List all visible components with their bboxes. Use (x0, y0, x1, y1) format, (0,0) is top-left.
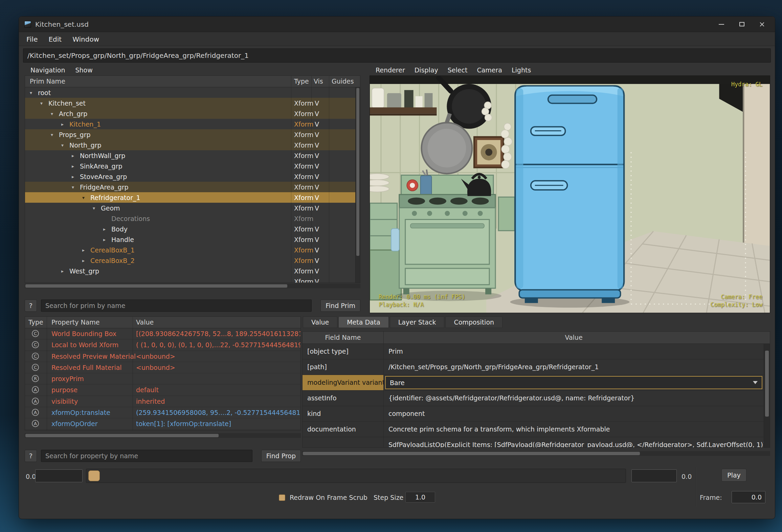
timeline-slider-handle[interactable] (88, 470, 100, 481)
prim-vis-toggle[interactable]: V (315, 152, 319, 159)
prim-vis-toggle[interactable]: V (315, 131, 319, 138)
titlebar[interactable]: Kitchen_set.usd (19, 17, 775, 32)
tree-row[interactable]: ▾North_grpXformV (25, 140, 360, 150)
scrollbar-thumb[interactable] (25, 434, 219, 437)
prim-vis-toggle[interactable]: V (315, 236, 319, 243)
tree-row[interactable]: ▸NorthWall_grpXformV (25, 150, 360, 161)
redraw-checkbox[interactable] (279, 494, 285, 501)
tree-row[interactable]: ▾root (25, 87, 360, 98)
close-button[interactable] (755, 19, 769, 30)
expand-arrow-icon[interactable]: ▾ (30, 90, 38, 95)
property-row[interactable]: CResolved Preview Material<unbound> (25, 351, 300, 362)
scrollbar-thumb[interactable] (765, 351, 769, 417)
expand-arrow-icon[interactable]: ▸ (61, 268, 69, 274)
prim-vis-toggle[interactable]: V (315, 257, 319, 264)
property-row[interactable]: CResolved Full Material<unbound> (25, 362, 300, 373)
prim-vis-toggle[interactable]: V (315, 225, 319, 233)
variant-combobox[interactable]: Bare (385, 376, 762, 389)
tree-row[interactable]: ▸SinkArea_grpXformV (25, 161, 360, 171)
prim-vis-toggle[interactable]: V (315, 183, 319, 191)
prim-path-input[interactable]: /Kitchen_set/Props_grp/North_grp/FridgeA… (23, 48, 771, 63)
step-size-input[interactable]: 1.0 (405, 492, 435, 503)
expand-arrow-icon[interactable]: ▸ (103, 237, 111, 242)
prim-vis-toggle[interactable]: V (315, 173, 319, 180)
tree-row[interactable]: XformV (25, 276, 360, 283)
tree-row[interactable]: ▸West_grpXformV (25, 266, 360, 276)
expand-arrow-icon[interactable]: ▸ (72, 163, 80, 169)
expand-arrow-icon[interactable]: ▸ (82, 247, 90, 253)
property-row[interactable]: AxformOp:translate(259.9341506958008, 95… (25, 407, 300, 418)
prim-vis-toggle[interactable]: V (315, 141, 319, 149)
tab-value[interactable]: Value (303, 316, 337, 328)
property-row[interactable]: Apurposedefault (25, 384, 300, 396)
expand-arrow-icon[interactable]: ▾ (82, 195, 90, 200)
find-prim-button[interactable]: Find Prim (320, 300, 360, 312)
expand-arrow-icon[interactable]: ▾ (51, 111, 59, 116)
menu-edit[interactable]: Edit (43, 32, 67, 46)
expand-arrow-icon[interactable]: ▸ (61, 121, 69, 127)
viewport-canvas[interactable]: Hydra: GL Render: 0.00 ms (inf FPS) Play… (370, 75, 770, 313)
timeline-start-input[interactable] (35, 469, 83, 482)
menu-file[interactable]: File (21, 32, 43, 46)
minimize-button[interactable] (714, 19, 729, 30)
menu-show[interactable]: Show (70, 65, 97, 75)
prim-vis-toggle[interactable]: V (315, 120, 319, 128)
expand-arrow-icon[interactable]: ▸ (72, 153, 80, 158)
timeline-end-input[interactable] (631, 469, 677, 482)
menu-display[interactable]: Display (410, 65, 443, 75)
tree-row[interactable]: ▸StoveArea_grpXformV (25, 171, 360, 182)
property-horizontal-scrollbar[interactable] (25, 433, 301, 438)
tab-meta-data[interactable]: Meta Data (338, 316, 389, 328)
tab-layer-stack[interactable]: Layer Stack (390, 316, 445, 328)
prim-vis-toggle[interactable]: V (315, 194, 319, 201)
menu-lights[interactable]: Lights (507, 65, 536, 75)
tree-row[interactable]: ▸CerealBoxB_2XformV (25, 255, 360, 266)
prim-vis-toggle[interactable]: V (315, 110, 319, 117)
menu-navigation[interactable]: Navigation (25, 65, 70, 75)
tree-row[interactable]: ▸HandleXformV (25, 234, 360, 245)
prim-vis-toggle[interactable]: V (315, 204, 319, 212)
tree-row[interactable]: ▾Props_grpXformV (25, 129, 360, 140)
expand-arrow-icon[interactable]: ▾ (72, 184, 80, 190)
prim-vis-toggle[interactable]: V (315, 267, 319, 275)
property-row[interactable]: CLocal to World Xform( (1, 0, 0, 0), (0,… (25, 339, 300, 351)
tree-row[interactable]: DecorationsXform (25, 213, 360, 224)
property-row[interactable]: CWorld Bounding Box[(208.9308624267578, … (25, 328, 300, 339)
find-prop-button[interactable]: Find Prop (261, 450, 301, 462)
prim-vis-toggle[interactable]: V (315, 99, 319, 107)
prim-help-button[interactable]: ? (25, 300, 37, 312)
tree-row-selected[interactable]: ▾Refridgerator_1XformV (25, 192, 360, 203)
tree-row[interactable]: ▸CerealBoxB_1XformV (25, 245, 360, 255)
menu-window[interactable]: Window (67, 32, 105, 46)
menu-camera[interactable]: Camera (472, 65, 507, 75)
expand-arrow-icon[interactable]: ▾ (61, 142, 69, 148)
prim-vis-toggle[interactable]: V (315, 278, 319, 283)
maximize-button[interactable] (734, 19, 749, 30)
play-button[interactable]: Play (721, 469, 746, 482)
tree-vertical-scrollbar[interactable] (355, 87, 360, 283)
menu-renderer[interactable]: Renderer (371, 65, 410, 75)
tree-row[interactable]: ▾GeomXformV (25, 203, 360, 213)
scrollbar-thumb[interactable] (303, 452, 640, 455)
metadata-horizontal-scrollbar[interactable] (302, 451, 770, 456)
scrollbar-thumb[interactable] (25, 284, 287, 288)
prim-search-input[interactable]: Search for prim by name (41, 300, 312, 312)
expand-arrow-icon[interactable]: ▸ (72, 174, 80, 179)
tree-row[interactable]: ▾Kitchen_setXformV (25, 98, 360, 108)
property-row[interactable]: AxformOpOrdertoken[1]: [xformOp:translat… (25, 418, 300, 429)
tree-row[interactable]: ▸BodyXformV (25, 224, 360, 234)
menu-select[interactable]: Select (443, 65, 472, 75)
frame-input[interactable]: 0.0 (732, 491, 765, 503)
expand-arrow-icon[interactable]: ▸ (82, 258, 90, 263)
expand-arrow-icon[interactable]: ▾ (40, 101, 48, 106)
scrollbar-thumb[interactable] (356, 88, 359, 256)
timeline-slider[interactable] (86, 469, 626, 483)
expand-arrow-icon[interactable]: ▸ (103, 226, 111, 232)
prim-vis-toggle[interactable]: V (315, 246, 319, 254)
property-help-button[interactable]: ? (25, 450, 37, 462)
property-row[interactable]: Avisibilityinherited (25, 396, 300, 407)
property-search-input[interactable]: Search for property by name (41, 450, 252, 462)
metadata-vertical-scrollbar[interactable] (764, 344, 770, 447)
prim-vis-toggle[interactable]: V (315, 162, 319, 170)
tree-row[interactable]: ▸Kitchen_1XformV (25, 119, 360, 129)
